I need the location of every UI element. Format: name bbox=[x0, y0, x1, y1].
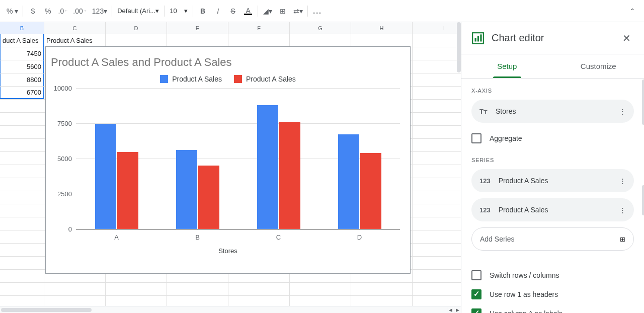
decrease-decimal-button[interactable]: .0← bbox=[55, 4, 70, 19]
cell[interactable] bbox=[413, 270, 461, 282]
series-1-selector[interactable]: 123 Product A Sales ⋮ bbox=[471, 169, 634, 192]
cell[interactable] bbox=[413, 257, 461, 269]
cell[interactable] bbox=[413, 165, 461, 178]
use-colA-labels-row[interactable]: Use column A as labels bbox=[471, 304, 634, 313]
column-header-h[interactable]: H bbox=[351, 22, 413, 34]
column-header-b[interactable]: B bbox=[0, 22, 44, 34]
cell[interactable] bbox=[0, 217, 44, 230]
cell[interactable] bbox=[106, 34, 167, 47]
more-vert-icon[interactable]: ⋮ bbox=[619, 108, 626, 115]
cell[interactable] bbox=[413, 60, 461, 73]
fill-color-button[interactable]: ◢▾ bbox=[260, 4, 275, 19]
use-colA-checkbox[interactable] bbox=[471, 308, 481, 313]
cell[interactable] bbox=[413, 230, 461, 243]
column-header-i[interactable]: I bbox=[413, 22, 461, 34]
chart-object[interactable]: Product A Sales and Product A Sales Prod… bbox=[45, 46, 411, 274]
italic-button[interactable]: I bbox=[210, 4, 225, 19]
cell[interactable] bbox=[290, 34, 351, 47]
cell[interactable] bbox=[0, 244, 44, 256]
cell[interactable] bbox=[351, 34, 413, 47]
more-vert-icon[interactable]: ⋮ bbox=[619, 206, 626, 214]
merge-cells-button[interactable]: ⇄▾ bbox=[290, 4, 305, 19]
cell[interactable] bbox=[0, 152, 44, 165]
cell[interactable] bbox=[44, 283, 106, 295]
column-header-g[interactable]: G bbox=[290, 22, 351, 34]
spreadsheet-area[interactable]: B C D E F G H I duct A SalesProduct A Sa… bbox=[0, 22, 461, 313]
cell[interactable] bbox=[413, 126, 461, 138]
column-header-d[interactable]: D bbox=[106, 22, 167, 34]
text-color-button[interactable]: A bbox=[240, 4, 256, 19]
cell[interactable]: Product A Sales bbox=[44, 34, 106, 47]
cell[interactable] bbox=[0, 113, 44, 125]
cell[interactable] bbox=[413, 283, 461, 295]
borders-button[interactable]: ⊞ bbox=[275, 4, 290, 19]
cell[interactable] bbox=[0, 283, 44, 295]
font-size-select[interactable]: 10▾ bbox=[167, 4, 191, 18]
tab-setup[interactable]: Setup bbox=[461, 54, 553, 78]
cell[interactable] bbox=[0, 139, 44, 151]
switch-rows-cols-checkbox[interactable] bbox=[471, 270, 481, 280]
more-toolbar-button[interactable]: ... bbox=[310, 4, 325, 19]
cell[interactable] bbox=[167, 34, 228, 47]
cell[interactable]: duct A Sales bbox=[0, 34, 44, 47]
more-vert-icon[interactable]: ⋮ bbox=[619, 177, 626, 185]
cell[interactable]: 5600 bbox=[0, 60, 44, 73]
collapse-toolbar-button[interactable]: ⌃ bbox=[625, 4, 640, 19]
cell[interactable] bbox=[413, 47, 461, 60]
cell[interactable] bbox=[413, 139, 461, 151]
cell[interactable] bbox=[413, 87, 461, 99]
cell[interactable] bbox=[413, 191, 461, 204]
cell[interactable]: 6700 bbox=[0, 87, 44, 99]
cell[interactable]: 8800 bbox=[0, 73, 44, 86]
grid-select-icon[interactable]: ⊞ bbox=[620, 236, 625, 243]
cell[interactable] bbox=[0, 126, 44, 138]
strikethrough-button[interactable]: S bbox=[225, 4, 240, 19]
percent-button[interactable]: % bbox=[40, 4, 55, 19]
horizontal-scrollbar[interactable]: ◀▶ bbox=[0, 306, 461, 313]
cell[interactable] bbox=[0, 230, 44, 243]
cell[interactable] bbox=[351, 283, 413, 295]
cell[interactable] bbox=[413, 152, 461, 165]
cell[interactable] bbox=[413, 34, 461, 47]
cell[interactable] bbox=[413, 178, 461, 191]
switch-rows-cols-row[interactable]: Switch rows / columns bbox=[471, 266, 634, 285]
cell[interactable] bbox=[0, 100, 44, 112]
cell[interactable] bbox=[290, 283, 351, 295]
cell[interactable] bbox=[413, 100, 461, 112]
column-header-e[interactable]: E bbox=[167, 22, 228, 34]
column-header-f[interactable]: F bbox=[228, 22, 290, 34]
cell[interactable] bbox=[228, 283, 290, 295]
cell[interactable] bbox=[228, 34, 290, 47]
bold-button[interactable]: B bbox=[195, 4, 210, 19]
cell[interactable] bbox=[413, 113, 461, 125]
cell[interactable] bbox=[0, 270, 44, 282]
currency-format-button[interactable]: $ bbox=[25, 4, 40, 19]
cell[interactable] bbox=[0, 165, 44, 178]
aggregate-checkbox-row[interactable]: Aggregate bbox=[471, 129, 634, 148]
panel-scrollbar[interactable] bbox=[642, 54, 644, 313]
percent-format-button[interactable]: % ▾ bbox=[4, 4, 21, 19]
aggregate-checkbox[interactable] bbox=[471, 133, 481, 143]
use-row1-headers-row[interactable]: Use row 1 as headers bbox=[471, 285, 634, 304]
cell[interactable] bbox=[413, 204, 461, 217]
cell[interactable]: 7450 bbox=[0, 47, 44, 60]
cell[interactable] bbox=[413, 73, 461, 86]
tab-customize[interactable]: Customize bbox=[553, 54, 645, 78]
close-panel-button[interactable]: ✕ bbox=[619, 29, 634, 47]
font-family-select[interactable]: Default (Ari...▾ bbox=[114, 4, 162, 18]
add-series-button[interactable]: Add Series ⊞ bbox=[471, 227, 634, 251]
more-formats-button[interactable]: 123▾ bbox=[90, 4, 110, 19]
cell[interactable] bbox=[413, 217, 461, 230]
cell[interactable] bbox=[413, 244, 461, 256]
column-header-c[interactable]: C bbox=[44, 22, 106, 34]
increase-decimal-button[interactable]: .00→ bbox=[70, 4, 89, 19]
cell[interactable] bbox=[0, 257, 44, 269]
cell[interactable] bbox=[0, 191, 44, 204]
cell[interactable] bbox=[106, 283, 167, 295]
cell[interactable] bbox=[0, 204, 44, 217]
cell[interactable] bbox=[167, 283, 228, 295]
xaxis-selector[interactable]: Tᴛ Stores ⋮ bbox=[471, 100, 634, 123]
cell[interactable] bbox=[0, 178, 44, 191]
series-2-selector[interactable]: 123 Product A Sales ⋮ bbox=[471, 198, 634, 221]
use-row1-checkbox[interactable] bbox=[471, 289, 481, 299]
